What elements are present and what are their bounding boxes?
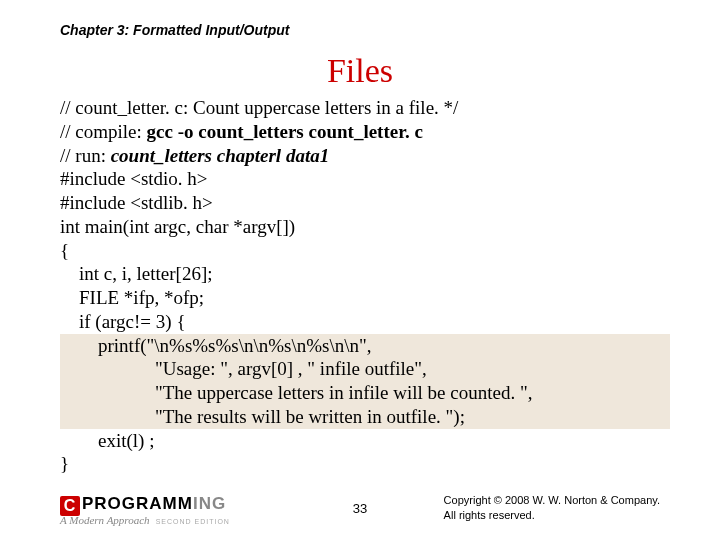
code-line: FILE *ifp, *ofp; bbox=[60, 286, 670, 310]
code-line: int c, i, letter[26]; bbox=[60, 262, 670, 286]
code-line: #include <stdlib. h> bbox=[60, 191, 670, 215]
code-line: #include <stdio. h> bbox=[60, 167, 670, 191]
code-line: // compile: gcc -o count_letters count_l… bbox=[60, 120, 670, 144]
code-line-highlight: "The results will be written in outfile.… bbox=[60, 405, 670, 429]
copyright: Copyright © 2008 W. W. Norton & Company.… bbox=[444, 493, 660, 522]
code-line: int main(int argc, char *argv[]) bbox=[60, 215, 670, 239]
page-title: Files bbox=[0, 52, 720, 90]
code-line: exit(l) ; bbox=[60, 429, 670, 453]
code-listing: // count_letter. c: Count uppercase lett… bbox=[60, 96, 670, 476]
code-line: // count_letter. c: Count uppercase lett… bbox=[60, 96, 670, 120]
code-line-highlight: "The uppercase letters in infile will be… bbox=[60, 381, 670, 405]
code-line-highlight: printf("\n%s%s%s\n\n%s\n%s\n\n", bbox=[60, 334, 670, 358]
code-line: } bbox=[60, 452, 670, 476]
code-line: if (argc!= 3) { bbox=[60, 310, 670, 334]
code-line-highlight: "Usage: ", argv[0] , " infile outfile", bbox=[60, 357, 670, 381]
code-line: { bbox=[60, 239, 670, 263]
chapter-header: Chapter 3: Formatted Input/Output bbox=[60, 22, 289, 38]
code-line: // run: count_letters chapterl data1 bbox=[60, 144, 670, 168]
